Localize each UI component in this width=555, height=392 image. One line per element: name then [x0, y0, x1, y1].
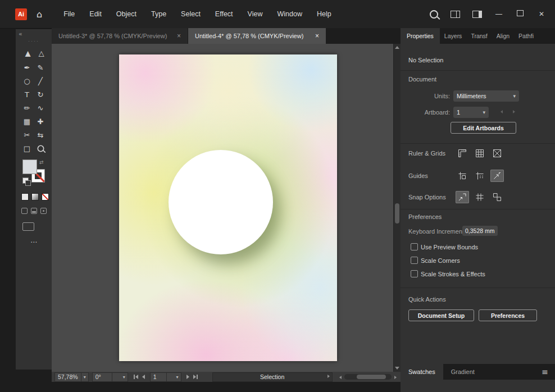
artboard-dropdown[interactable]: 1 ▾ — [453, 107, 489, 118]
status-expand-icon[interactable] — [327, 375, 330, 378]
edit-artboards-button[interactable]: Edit Artboards — [451, 122, 516, 134]
ruler-grids-label: Ruler & Grids — [408, 150, 445, 157]
close-tab-icon[interactable]: × — [315, 32, 319, 40]
mesh-tool[interactable]: ▦ — [20, 115, 34, 128]
close-window-button[interactable]: ✕ — [537, 10, 546, 18]
next-artboard-button[interactable] — [186, 375, 189, 379]
artboard-number-dropdown[interactable]: 1 ▾ — [150, 372, 181, 382]
rotation-angle-dropdown[interactable]: 0° ▾ — [92, 372, 128, 382]
color-fill-button[interactable] — [21, 193, 29, 200]
none-fill-button[interactable] — [42, 193, 49, 200]
tab-layers[interactable]: Layers — [440, 28, 467, 44]
snap-to-grid-button[interactable] — [473, 191, 486, 203]
use-preview-bounds-checkbox[interactable] — [411, 243, 418, 250]
pencil-tool[interactable]: ✏ — [20, 101, 34, 115]
last-artboard-button[interactable] — [193, 375, 198, 379]
fill-swatch[interactable] — [22, 159, 37, 174]
shaper-tool[interactable]: ∿ — [34, 101, 47, 115]
horizontal-scrollbar[interactable] — [344, 374, 392, 380]
gradient-fill-button[interactable] — [31, 193, 39, 200]
scissors-tool[interactable]: ✂ — [20, 128, 34, 142]
workspace-switcher-icon[interactable] — [472, 11, 482, 18]
minimize-button[interactable]: — — [494, 10, 503, 18]
search-icon[interactable] — [430, 10, 438, 19]
vertical-scroll-thumb[interactable] — [395, 203, 399, 224]
horizontal-scroll-thumb[interactable] — [357, 375, 386, 379]
type-tool[interactable]: T — [20, 88, 34, 101]
scale-corners-checkbox[interactable] — [411, 257, 418, 264]
lock-guides-button[interactable] — [473, 170, 486, 182]
hscroll-right-button[interactable] — [394, 373, 397, 380]
menu-effect[interactable]: Effect — [215, 10, 233, 18]
menu-view[interactable]: View — [248, 10, 263, 18]
pen-tool[interactable]: ✒ — [20, 61, 34, 74]
scroll-up-icon[interactable] — [395, 46, 399, 49]
tab-pathfinder[interactable]: Pathfi — [514, 28, 538, 44]
vertical-scrollbar[interactable] — [393, 44, 401, 372]
units-dropdown[interactable]: Millimeters ▾ — [453, 90, 519, 102]
menu-select[interactable]: Select — [181, 10, 201, 18]
canvas-area[interactable] — [52, 44, 393, 372]
maximize-button[interactable] — [516, 10, 525, 18]
menu-file[interactable]: File — [63, 10, 75, 18]
panel-menu-icon[interactable]: ≡ — [542, 367, 548, 376]
home-icon[interactable]: ⌂ — [37, 9, 42, 20]
show-guides-button[interactable] — [456, 170, 469, 182]
zoom-tool[interactable] — [34, 142, 47, 155]
white-circle-shape[interactable] — [169, 150, 273, 254]
preferences-button[interactable]: Preferences — [479, 309, 537, 321]
chevron-down-icon: ▾ — [483, 110, 485, 115]
first-artboard-button[interactable] — [134, 375, 138, 379]
tab-properties[interactable]: Properties — [401, 28, 440, 44]
edit-toolbar-icon[interactable]: ⋯ — [16, 238, 52, 246]
selection-tool[interactable]: ▶ — [20, 47, 34, 61]
properties-panel: No Selection Document Units: Millimeters… — [401, 44, 555, 364]
document-tab-untitled-4[interactable]: Untitled-4* @ 57,78 % (CMYK/Preview) × — [188, 28, 326, 44]
prev-artboard-button[interactable] — [142, 375, 145, 379]
show-grid-button[interactable] — [473, 147, 486, 159]
zoom-level-dropdown[interactable]: 57,78% ▾ — [54, 372, 89, 382]
default-colors-icon[interactable] — [22, 177, 29, 184]
arrange-documents-icon[interactable] — [451, 11, 460, 18]
snap-to-pixel-button[interactable] — [490, 191, 504, 203]
rotate-tool[interactable]: ↻ — [34, 88, 47, 101]
line-segment-tool[interactable]: ╱ — [34, 74, 47, 88]
collapse-panel-icon[interactable]: « — [19, 30, 22, 38]
menu-window[interactable]: Window — [277, 10, 302, 18]
tab-gradient[interactable]: Gradient — [443, 364, 483, 380]
scale-strokes-effects-checkbox[interactable] — [411, 270, 418, 277]
close-tab-icon[interactable]: × — [177, 32, 181, 40]
draw-normal-button[interactable] — [21, 208, 28, 214]
artboard-number: 1 — [151, 373, 160, 380]
transparency-grid-button[interactable] — [490, 147, 504, 159]
screen-mode-button[interactable] — [22, 222, 34, 231]
ellipse-tool[interactable]: ○ — [20, 74, 34, 88]
smart-guides-button[interactable] — [490, 170, 504, 182]
draw-inside-button[interactable] — [40, 208, 47, 214]
document-setup-button[interactable]: Document Setup — [408, 309, 474, 321]
direct-selection-tool[interactable]: ▷ — [34, 47, 47, 61]
snap-to-point-button[interactable] — [456, 191, 469, 203]
scale-strokes-effects-label: Scale Strokes & Effects — [421, 271, 485, 277]
tab-transform[interactable]: Transf — [466, 28, 492, 44]
hscroll-left-button[interactable] — [339, 373, 342, 380]
draw-behind-button[interactable] — [31, 208, 37, 214]
transform-tool[interactable]: ⇆ — [34, 128, 47, 142]
next-artboard-arrow[interactable] — [513, 110, 515, 113]
swap-fill-stroke-icon[interactable]: ⇄ — [39, 159, 44, 165]
menu-type[interactable]: Type — [151, 10, 166, 18]
keyboard-increment-field[interactable]: 0,3528 mm — [462, 226, 498, 236]
menu-object[interactable]: Object — [116, 10, 137, 18]
panel-grip[interactable]: ···· — [16, 38, 52, 44]
menu-help[interactable]: Help — [317, 10, 331, 18]
menu-edit[interactable]: Edit — [89, 10, 102, 18]
curvature-tool[interactable]: ✎ — [34, 61, 47, 74]
scroll-down-icon[interactable] — [395, 367, 399, 370]
prev-artboard-arrow[interactable] — [501, 110, 503, 113]
artboard-tool[interactable]: □ — [20, 142, 34, 155]
tab-swatches[interactable]: Swatches — [401, 364, 443, 380]
document-tab-untitled-3[interactable]: Untitled-3* @ 57,78 % (CMYK/Preview) × — [52, 28, 188, 44]
tab-align[interactable]: Align — [492, 28, 514, 44]
show-rulers-button[interactable] — [456, 147, 469, 159]
shape-builder-tool[interactable]: ✚ — [34, 115, 47, 128]
